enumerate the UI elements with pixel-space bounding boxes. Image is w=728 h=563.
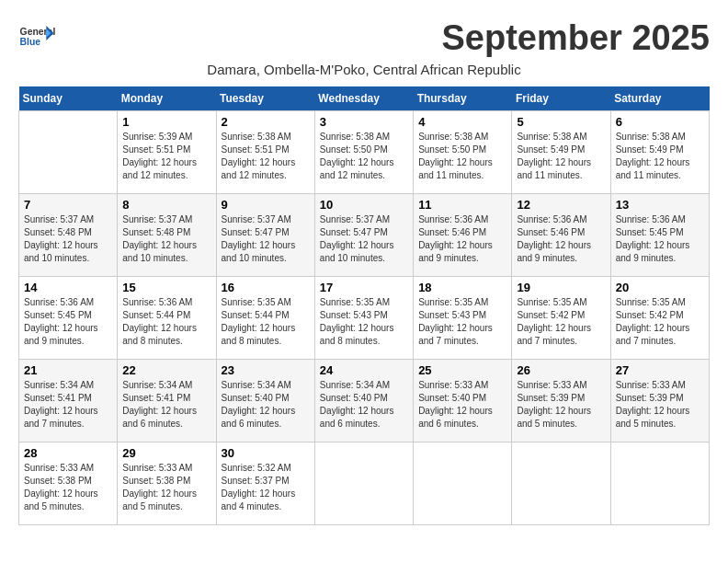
header-cell-monday: Monday [118,86,216,111]
month-title: September 2025 [442,18,711,58]
header: General Blue September 2025 [18,18,710,58]
day-number: 26 [517,363,605,377]
day-number: 13 [616,198,704,212]
day-info: Sunrise: 5:33 AM Sunset: 5:40 PM Dayligh… [418,379,506,431]
day-cell: 5Sunrise: 5:38 AM Sunset: 5:49 PM Daylig… [512,111,610,194]
day-number: 27 [616,363,704,377]
day-number: 2 [222,115,310,129]
day-cell: 10Sunrise: 5:37 AM Sunset: 5:47 PM Dayli… [314,194,413,277]
day-number: 19 [517,281,605,294]
day-cell: 27Sunrise: 5:33 AM Sunset: 5:39 PM Dayli… [610,360,709,442]
day-info: Sunrise: 5:35 AM Sunset: 5:43 PM Dayligh… [418,296,506,348]
day-cell: 24Sunrise: 5:34 AM Sunset: 5:40 PM Dayli… [314,360,413,442]
day-info: Sunrise: 5:36 AM Sunset: 5:45 PM Dayligh… [24,296,112,348]
day-info: Sunrise: 5:36 AM Sunset: 5:46 PM Dayligh… [418,213,506,265]
day-info: Sunrise: 5:37 AM Sunset: 5:48 PM Dayligh… [122,213,210,265]
header-cell-tuesday: Tuesday [216,86,314,111]
day-info: Sunrise: 5:33 AM Sunset: 5:39 PM Dayligh… [616,379,704,431]
day-cell: 17Sunrise: 5:35 AM Sunset: 5:43 PM Dayli… [314,277,413,360]
day-info: Sunrise: 5:34 AM Sunset: 5:40 PM Dayligh… [320,379,408,431]
day-info: Sunrise: 5:33 AM Sunset: 5:38 PM Dayligh… [122,462,210,513]
day-number: 21 [24,363,112,377]
day-number: 23 [222,363,310,377]
day-cell: 21Sunrise: 5:34 AM Sunset: 5:41 PM Dayli… [19,360,118,442]
day-number: 1 [122,115,210,129]
week-row-4: 21Sunrise: 5:34 AM Sunset: 5:41 PM Dayli… [19,360,710,442]
week-row-1: 1Sunrise: 5:39 AM Sunset: 5:51 PM Daylig… [19,111,710,194]
day-cell [19,111,118,194]
day-cell: 16Sunrise: 5:35 AM Sunset: 5:44 PM Dayli… [216,277,314,360]
day-info: Sunrise: 5:35 AM Sunset: 5:43 PM Dayligh… [320,296,408,348]
subtitle: Damara, Ombella-M'Poko, Central African … [18,62,710,77]
week-row-5: 28Sunrise: 5:33 AM Sunset: 5:38 PM Dayli… [19,442,710,525]
day-number: 4 [418,115,506,129]
day-cell: 18Sunrise: 5:35 AM Sunset: 5:43 PM Dayli… [414,277,512,360]
day-info: Sunrise: 5:34 AM Sunset: 5:41 PM Dayligh… [24,379,112,431]
day-cell: 8Sunrise: 5:37 AM Sunset: 5:48 PM Daylig… [118,194,216,277]
day-info: Sunrise: 5:36 AM Sunset: 5:45 PM Dayligh… [616,213,704,265]
day-cell: 20Sunrise: 5:35 AM Sunset: 5:42 PM Dayli… [610,277,709,360]
calendar-table: SundayMondayTuesdayWednesdayThursdayFrid… [18,86,710,525]
day-number: 7 [24,198,112,212]
day-cell: 28Sunrise: 5:33 AM Sunset: 5:38 PM Dayli… [19,442,118,525]
day-info: Sunrise: 5:37 AM Sunset: 5:48 PM Dayligh… [24,213,112,265]
day-info: Sunrise: 5:36 AM Sunset: 5:46 PM Dayligh… [517,213,605,265]
day-number: 12 [517,198,605,212]
day-cell: 6Sunrise: 5:38 AM Sunset: 5:49 PM Daylig… [610,111,709,194]
day-number: 9 [222,198,310,212]
day-cell: 19Sunrise: 5:35 AM Sunset: 5:42 PM Dayli… [512,277,610,360]
day-info: Sunrise: 5:37 AM Sunset: 5:47 PM Dayligh… [320,213,408,265]
day-info: Sunrise: 5:34 AM Sunset: 5:40 PM Dayligh… [222,379,310,431]
day-number: 29 [122,446,210,460]
day-cell: 25Sunrise: 5:33 AM Sunset: 5:40 PM Dayli… [414,360,512,442]
day-number: 5 [517,115,605,129]
header-row: SundayMondayTuesdayWednesdayThursdayFrid… [19,86,710,111]
day-cell: 26Sunrise: 5:33 AM Sunset: 5:39 PM Dayli… [512,360,610,442]
day-info: Sunrise: 5:38 AM Sunset: 5:50 PM Dayligh… [320,131,408,182]
day-number: 10 [320,198,408,212]
day-number: 15 [122,281,210,294]
day-number: 30 [222,446,310,460]
day-cell: 22Sunrise: 5:34 AM Sunset: 5:41 PM Dayli… [118,360,216,442]
week-row-3: 14Sunrise: 5:36 AM Sunset: 5:45 PM Dayli… [19,277,710,360]
day-info: Sunrise: 5:38 AM Sunset: 5:51 PM Dayligh… [222,131,310,182]
day-info: Sunrise: 5:38 AM Sunset: 5:50 PM Dayligh… [418,131,506,182]
day-info: Sunrise: 5:36 AM Sunset: 5:44 PM Dayligh… [122,296,210,348]
day-cell: 1Sunrise: 5:39 AM Sunset: 5:51 PM Daylig… [118,111,216,194]
day-cell [610,442,709,525]
day-number: 24 [320,363,408,377]
day-number: 20 [616,281,704,294]
header-cell-wednesday: Wednesday [314,86,413,111]
day-cell [414,442,512,525]
day-cell: 3Sunrise: 5:38 AM Sunset: 5:50 PM Daylig… [314,111,413,194]
day-number: 8 [122,198,210,212]
day-info: Sunrise: 5:35 AM Sunset: 5:42 PM Dayligh… [517,296,605,348]
day-number: 28 [24,446,112,460]
day-number: 11 [418,198,506,212]
day-number: 17 [320,281,408,294]
day-number: 6 [616,115,704,129]
day-cell: 12Sunrise: 5:36 AM Sunset: 5:46 PM Dayli… [512,194,610,277]
day-info: Sunrise: 5:39 AM Sunset: 5:51 PM Dayligh… [122,131,210,182]
day-cell: 2Sunrise: 5:38 AM Sunset: 5:51 PM Daylig… [216,111,314,194]
day-number: 22 [122,363,210,377]
day-cell [314,442,413,525]
day-cell: 30Sunrise: 5:32 AM Sunset: 5:37 PM Dayli… [216,442,314,525]
header-cell-sunday: Sunday [19,86,118,111]
day-cell: 29Sunrise: 5:33 AM Sunset: 5:38 PM Dayli… [118,442,216,525]
day-cell: 13Sunrise: 5:36 AM Sunset: 5:45 PM Dayli… [610,194,709,277]
day-number: 25 [418,363,506,377]
day-info: Sunrise: 5:34 AM Sunset: 5:41 PM Dayligh… [122,379,210,431]
day-info: Sunrise: 5:33 AM Sunset: 5:39 PM Dayligh… [517,379,605,431]
svg-text:Blue: Blue [20,37,41,47]
day-number: 18 [418,281,506,294]
day-info: Sunrise: 5:32 AM Sunset: 5:37 PM Dayligh… [222,462,310,513]
day-number: 3 [320,115,408,129]
day-info: Sunrise: 5:37 AM Sunset: 5:47 PM Dayligh… [222,213,310,265]
day-info: Sunrise: 5:33 AM Sunset: 5:38 PM Dayligh… [24,462,112,513]
day-cell: 23Sunrise: 5:34 AM Sunset: 5:40 PM Dayli… [216,360,314,442]
day-cell: 7Sunrise: 5:37 AM Sunset: 5:48 PM Daylig… [19,194,118,277]
day-cell: 15Sunrise: 5:36 AM Sunset: 5:44 PM Dayli… [118,277,216,360]
day-info: Sunrise: 5:35 AM Sunset: 5:42 PM Dayligh… [616,296,704,348]
day-info: Sunrise: 5:38 AM Sunset: 5:49 PM Dayligh… [517,131,605,182]
